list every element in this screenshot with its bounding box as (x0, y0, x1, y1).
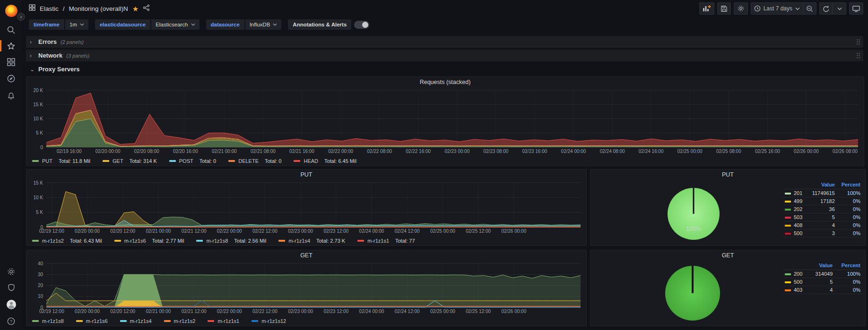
svg-text:02/24 16:00: 02/24 16:00 (639, 149, 664, 154)
save-dashboard-button[interactable] (717, 2, 731, 15)
breadcrumb-folder[interactable]: Elastic (40, 5, 59, 12)
row-errors[interactable]: › Errors (2 panels) (26, 36, 863, 48)
svg-text:?: ? (10, 318, 12, 323)
legend-item[interactable]: m-r1z1s1 (208, 318, 239, 324)
alerting-bell-icon[interactable] (0, 89, 22, 103)
table-row[interactable]: 50030% (783, 229, 862, 237)
row-title: Errors (38, 38, 57, 45)
sidebar-expand-chevron[interactable]: › (17, 13, 25, 21)
share-icon[interactable] (143, 4, 150, 13)
table-row[interactable]: 50350% (783, 213, 862, 221)
put-chart[interactable]: 05 K10 K15 K02/19 12:0002/20 00:0002/20 … (29, 180, 583, 234)
refresh-button[interactable] (819, 2, 833, 15)
get-pie-legend-table: ValuePercent200314049100%50050%40340% (783, 262, 862, 294)
dashboard-settings-button[interactable] (734, 2, 748, 15)
series-color-dash (196, 240, 203, 242)
legend-item[interactable]: m-r1z1s4 (120, 318, 152, 324)
help-icon[interactable]: ? (0, 314, 22, 328)
apps-grid-icon[interactable] (29, 4, 35, 13)
dashboard-title[interactable]: Monitoring (overall)N (69, 5, 128, 12)
table-row[interactable]: 20111749615100% (783, 189, 862, 197)
get-chart[interactable]: 01020304002/19 12:0002/20 00:0002/20 12:… (29, 261, 583, 314)
row-drag-handle[interactable] (856, 52, 860, 59)
svg-text:02/22 00:00: 02/22 00:00 (217, 228, 242, 234)
dashboards-icon[interactable] (0, 55, 22, 69)
annotations-toggle[interactable] (354, 21, 369, 29)
put-legend: m-r1z1s2Total: 6.43 Milm-r1z1s6Total: 2.… (32, 238, 415, 244)
svg-text:02/21 16:00: 02/21 16:00 (289, 149, 314, 154)
panel-get-pie: GET ValuePercent200314049100%50050%40340… (590, 250, 866, 326)
add-panel-button[interactable] (699, 2, 714, 15)
row-collapse-chevron: › (30, 52, 35, 59)
svg-text:0: 0 (40, 145, 43, 150)
svg-text:02/26 08:00: 02/26 08:00 (833, 149, 858, 154)
svg-text:02/23 00:00: 02/23 00:00 (288, 228, 313, 234)
legend-item[interactable]: m-r1z1s6 (76, 318, 108, 324)
panel-title[interactable]: GET (590, 250, 865, 261)
legend-item[interactable]: m-r1z1s2Total: 6.43 Mil (32, 238, 102, 244)
svg-text:02/21 12:00: 02/21 12:00 (182, 309, 207, 314)
legend-item[interactable]: m-r1z1s1Total: 77 (357, 238, 415, 244)
time-range-picker[interactable]: Last 7 days (751, 2, 803, 15)
legend-item[interactable]: m-r1z1s4Total: 2.73 K (278, 238, 345, 244)
table-header-row: ValuePercent (783, 262, 862, 270)
svg-text:20 K: 20 K (33, 88, 43, 93)
panel-title[interactable]: PUT (26, 169, 586, 180)
requests-chart[interactable]: 05 K10 K15 K20 K02/19 16:0002/20 00:0002… (29, 87, 861, 154)
legend-item[interactable]: m-r1z1s12 (252, 318, 286, 324)
svg-text:02/21 00:00: 02/21 00:00 (146, 228, 171, 234)
sidebar: ? (0, 0, 22, 330)
variable-datasource[interactable]: datasource InfluxDB (206, 19, 282, 30)
row-drag-handle[interactable] (856, 39, 860, 45)
row-collapse-chevron: › (30, 39, 35, 45)
legend-item[interactable]: DELETETotal: 0 (228, 158, 281, 164)
legend-item[interactable]: m-r1z1s6Total: 2.77 Mil (114, 238, 184, 244)
svg-text:02/24 12:00: 02/24 12:00 (395, 309, 420, 314)
variable-value-dropdown[interactable]: Elasticsearch (151, 19, 199, 30)
panel-title[interactable]: PUT (590, 169, 865, 180)
zoom-out-button[interactable] (803, 2, 816, 15)
row-expand-chevron: ⌄ (30, 66, 35, 73)
variable-value-dropdown[interactable]: 1m (65, 19, 88, 30)
admin-shield-icon[interactable] (0, 280, 22, 295)
user-avatar[interactable] (0, 297, 22, 312)
favorite-star-icon[interactable]: ★ (132, 5, 139, 12)
get-pie-chart[interactable] (664, 264, 721, 324)
refresh-interval-chevron[interactable] (833, 2, 846, 15)
grafana-app: ? › Elastic / Monitoring (overall)N ★ (0, 0, 868, 330)
variable-elasticdatasource[interactable]: elasticdatasource Elasticsearch (95, 19, 200, 30)
series-color-dash (114, 240, 121, 242)
row-proxy-servers[interactable]: ⌄ Proxy Servers (26, 63, 863, 75)
starred-dashboards-icon[interactable] (0, 39, 22, 53)
explore-compass-icon[interactable] (0, 71, 22, 85)
svg-text:02/23 16:00: 02/23 16:00 (522, 149, 547, 154)
series-color-dash (103, 160, 109, 162)
variable-value-dropdown[interactable]: InfluxDB (245, 19, 281, 30)
table-row[interactable]: 50050% (783, 278, 862, 286)
legend-item[interactable]: m-r1z1s2 (164, 318, 196, 324)
legend-item[interactable]: PUTTotal: 11.8 Mil (32, 158, 90, 164)
svg-text:02/22 12:00: 02/22 12:00 (252, 309, 278, 314)
table-row[interactable]: 499171820% (783, 197, 862, 205)
panel-title[interactable]: GET (26, 250, 586, 261)
legend-item[interactable]: POSTTotal: 0 (169, 158, 216, 164)
settings-gear-icon[interactable] (0, 264, 22, 279)
search-icon[interactable] (0, 23, 22, 37)
panel-get-timeseries: GET 01020304002/19 12:0002/20 00:0002/20… (26, 250, 587, 326)
row-network[interactable]: › Network (3 panels) (26, 50, 863, 61)
series-color-dash (32, 320, 39, 322)
table-row[interactable]: 202360% (783, 205, 862, 213)
variable-timeframe[interactable]: timeframe 1m (29, 19, 88, 30)
svg-text:02/24 12:00: 02/24 12:00 (395, 228, 420, 234)
table-row[interactable]: 40840% (783, 221, 862, 229)
table-row[interactable]: 40340% (783, 286, 862, 294)
legend-item[interactable]: GETTotal: 314 K (103, 158, 157, 164)
kiosk-tv-button[interactable] (849, 2, 863, 15)
table-row[interactable]: 200314049100% (783, 270, 862, 278)
legend-item[interactable]: HEADTotal: 6.45 Mil (294, 158, 356, 164)
legend-item[interactable]: m-r1z1s8 (32, 318, 64, 324)
legend-item[interactable]: m-r1z1s8Total: 2.56 Mil (196, 238, 266, 244)
put-pie-chart[interactable]: 100% (666, 186, 721, 243)
panel-title[interactable]: Requests (stacked) (26, 77, 864, 87)
chevron-down-icon (191, 23, 195, 26)
